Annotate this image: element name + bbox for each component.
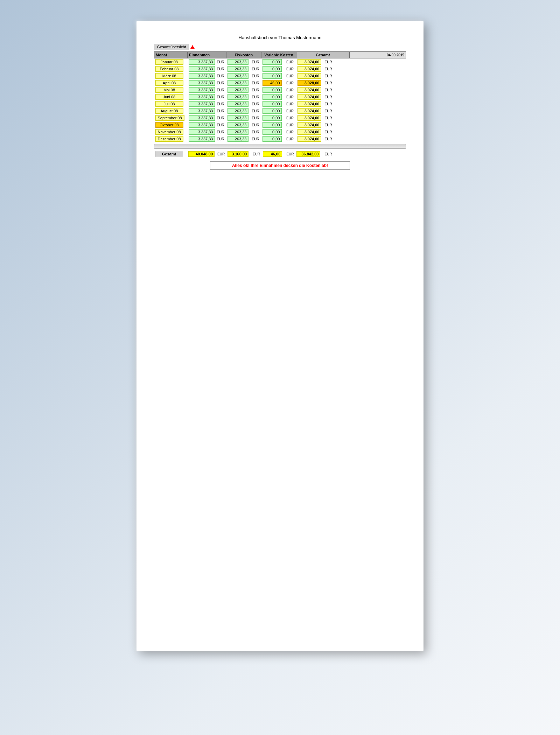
total-input-5[interactable]: [298, 94, 321, 100]
total-input-1[interactable]: [298, 66, 321, 72]
einnahmen-input-7[interactable]: [189, 108, 215, 114]
einnahmen-input-6[interactable]: [189, 101, 215, 107]
var-cell-1: [261, 65, 285, 72]
month-label-3[interactable]: April 08: [155, 80, 183, 86]
fix-input-7[interactable]: [227, 108, 248, 114]
fix-input-5[interactable]: [227, 94, 248, 100]
totals-eur3: EUR: [285, 150, 295, 158]
month-label-5[interactable]: Juni 08: [155, 94, 183, 100]
einnahmen-input-1[interactable]: [189, 66, 215, 72]
total-input-6[interactable]: [298, 101, 321, 107]
month-label-11[interactable]: Dezember 08: [155, 136, 183, 142]
eur4-0: EUR: [324, 58, 350, 66]
total-cell-11: [296, 135, 324, 142]
fix-input-2[interactable]: [227, 73, 248, 79]
total-input-10[interactable]: [298, 129, 321, 135]
einnahmen-input-11[interactable]: [189, 136, 215, 142]
einnahmen-cell-10: [188, 128, 216, 135]
eur1-0: EUR: [216, 58, 226, 66]
totals-einnahmen-input[interactable]: [188, 151, 215, 157]
fix-input-3[interactable]: [227, 80, 248, 86]
einnahmen-cell-0: [188, 58, 216, 66]
table-row: April 08 EUR EUR EUR EUR: [154, 79, 406, 86]
table-row: Dezember 08 EUR EUR EUR EUR: [154, 135, 406, 142]
eur1-8: EUR: [216, 114, 226, 121]
total-cell-3: [296, 79, 324, 86]
fix-input-8[interactable]: [227, 115, 248, 121]
fix-input-6[interactable]: [227, 101, 248, 107]
totals-var-input[interactable]: [263, 151, 282, 157]
eur3-1: EUR: [285, 65, 296, 72]
einnahmen-input-0[interactable]: [189, 59, 215, 65]
total-input-2[interactable]: [298, 73, 321, 79]
month-label-6[interactable]: Juli 08: [155, 101, 183, 107]
total-input-8[interactable]: [298, 115, 321, 121]
fix-cell-6: [226, 100, 251, 107]
month-cell-5: Juni 08: [154, 93, 188, 100]
var-input-11[interactable]: [262, 136, 282, 142]
var-input-0[interactable]: [262, 59, 282, 65]
eur2-5: EUR: [251, 93, 261, 100]
fix-cell-0: [226, 58, 251, 66]
var-input-10[interactable]: [262, 129, 282, 135]
total-cell-7: [296, 107, 324, 114]
month-label-9[interactable]: Oktober 08: [155, 122, 183, 128]
var-input-8[interactable]: [262, 115, 282, 121]
einnahmen-input-4[interactable]: [189, 87, 215, 93]
var-input-7[interactable]: [262, 108, 282, 114]
var-input-2[interactable]: [262, 73, 282, 79]
var-input-6[interactable]: [262, 101, 282, 107]
total-input-0[interactable]: [298, 59, 321, 65]
month-label-2[interactable]: März 08: [155, 73, 183, 79]
total-input-11[interactable]: [298, 136, 321, 142]
month-label-8[interactable]: September 08: [155, 115, 184, 121]
fix-input-1[interactable]: [227, 66, 248, 72]
fix-cell-4: [226, 86, 251, 93]
var-input-4[interactable]: [262, 87, 282, 93]
month-label-4[interactable]: Mai 08: [155, 87, 183, 93]
totals-eur4: EUR: [323, 150, 406, 158]
einnahmen-input-8[interactable]: [189, 115, 215, 121]
totals-var-cell: [262, 150, 285, 158]
eur2-7: EUR: [251, 107, 261, 114]
var-input-3[interactable]: [262, 80, 282, 86]
month-label-7[interactable]: August 08: [155, 108, 183, 114]
fix-input-0[interactable]: [227, 59, 248, 65]
fix-input-10[interactable]: [227, 129, 248, 135]
eur4-2: EUR: [324, 72, 350, 79]
einnahmen-input-5[interactable]: [189, 94, 215, 100]
var-input-1[interactable]: [262, 66, 282, 72]
fix-input-9[interactable]: [227, 122, 248, 128]
einnahmen-input-2[interactable]: [189, 73, 215, 79]
header-monat: Monat: [154, 52, 188, 58]
total-input-7[interactable]: [298, 108, 321, 114]
var-input-9[interactable]: [262, 122, 282, 128]
fix-input-4[interactable]: [227, 87, 248, 93]
totals-fix-cell: [226, 150, 251, 158]
table-row: Juni 08 EUR EUR EUR EUR: [154, 93, 406, 100]
einnahmen-cell-9: [188, 121, 216, 128]
gesamtuebersicht-row: Gesamtübersicht: [154, 44, 406, 50]
total-input-9[interactable]: [298, 122, 321, 128]
einnahmen-input-9[interactable]: [189, 122, 215, 128]
month-label-10[interactable]: November 08: [155, 129, 183, 135]
totals-fix-input[interactable]: [227, 151, 248, 157]
month-label-1[interactable]: Februar 08: [155, 66, 183, 72]
fix-input-11[interactable]: [227, 136, 248, 142]
eur4-7: EUR: [324, 107, 350, 114]
status-row: Alles ok! Ihre Einnahmen decken die Kost…: [154, 161, 406, 170]
fix-cell-3: [226, 79, 251, 86]
scrollbar[interactable]: [154, 144, 406, 149]
table-row: August 08 EUR EUR EUR EUR: [154, 107, 406, 114]
eur1-10: EUR: [216, 128, 226, 135]
einnahmen-input-10[interactable]: [189, 129, 215, 135]
gesamtuebersicht-button[interactable]: Gesamtübersicht: [154, 44, 189, 50]
total-input-3[interactable]: [298, 80, 321, 86]
totals-net-input[interactable]: [296, 151, 320, 157]
month-label-0[interactable]: Januar 08: [155, 59, 183, 65]
eur3-5: EUR: [285, 93, 296, 100]
var-input-5[interactable]: [262, 94, 282, 100]
einnahmen-input-3[interactable]: [189, 80, 215, 86]
total-input-4[interactable]: [298, 87, 321, 93]
eur2-1: EUR: [251, 65, 261, 72]
